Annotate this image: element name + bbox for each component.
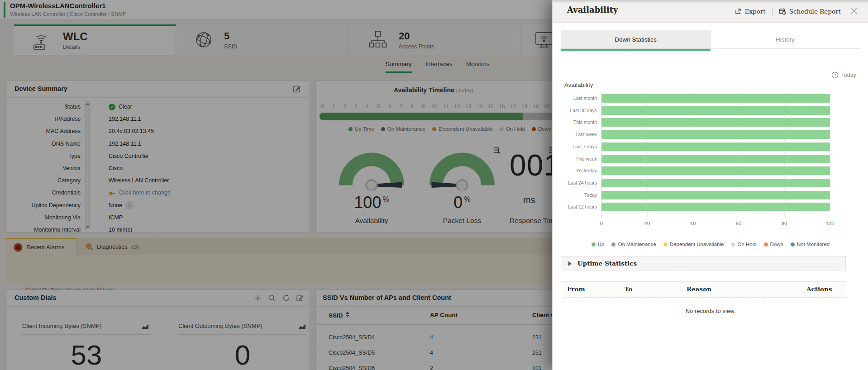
table-cell: 231	[532, 334, 542, 341]
timeline-hours: 01234567891011121314151617181920212223	[317, 104, 552, 109]
availability-bar	[601, 191, 830, 199]
app-root: OPM-WirelessLANController1 Wireless LAN …	[0, 0, 868, 370]
chart-row: Today	[553, 189, 868, 201]
timeline-hour-label: 19	[530, 104, 541, 109]
field-label: DNS Name	[7, 138, 81, 150]
device-summary-row: DNS Name192.148.11.1	[7, 138, 309, 150]
device-tab-wlc-details[interactable]: WLC Details	[14, 24, 176, 55]
availability-gauge-label: Availability	[331, 217, 412, 225]
device-tab-clients[interactable]	[520, 24, 552, 55]
add-dial-icon[interactable]	[254, 294, 262, 302]
legend-item: Down	[764, 242, 783, 247]
tab-interfaces[interactable]: Interfaces	[425, 61, 452, 71]
device-summary-rows: Status✓ClearIPAddress192.148.11.1MAC Add…	[7, 101, 309, 232]
device-summary-row: Uplink DependencyNone?	[7, 199, 309, 212]
device-tab-value: 20	[399, 30, 434, 42]
device-summary-row: CredentialsClick here to change	[7, 187, 309, 199]
schedule-report-button[interactable]: Schedule Report	[779, 8, 841, 15]
category-label: Last month	[553, 92, 597, 104]
expand-arrow-icon	[568, 261, 572, 266]
tab-down-statistics[interactable]: Down Statistics	[561, 30, 711, 49]
table-cell: 101	[532, 365, 542, 370]
chart-row: Last 24 hours	[553, 177, 868, 189]
diagnostics-label: Diagnostics	[97, 243, 127, 250]
timeline-hour-label: 18	[519, 104, 530, 109]
legend-dot	[532, 127, 536, 131]
field-label: Status	[7, 101, 81, 113]
calendar-icon	[779, 8, 786, 15]
credentials-change-link[interactable]: Click here to change	[109, 187, 171, 199]
scroll-down-icon[interactable]	[86, 226, 90, 228]
table-row: Cisco2504_SSID54251	[316, 346, 552, 361]
device-summary-card: Device Summary Status✓ClearIPAddress192.…	[7, 81, 309, 232]
category-label: Yesterday	[553, 165, 597, 177]
device-summary-scrollbar[interactable]	[85, 101, 90, 230]
period-selector[interactable]: Today	[831, 71, 856, 79]
field-label: MAC Address	[7, 125, 81, 138]
timeline-hour-label: 6	[384, 104, 396, 109]
legend-dot	[611, 242, 615, 247]
category-label: This month	[553, 116, 597, 128]
device-tab-ssid[interactable]: 5 SSID	[176, 24, 349, 55]
ssid-table-card: SSID Vs Number of APs and Client Count S…	[315, 289, 552, 370]
column-ssid[interactable]: SSID	[329, 312, 349, 319]
timeline-hour-label: 11	[440, 104, 452, 109]
mini-chart-icon[interactable]	[140, 323, 149, 330]
scroll-up-icon[interactable]	[86, 103, 90, 105]
timeline-period: (Today)	[456, 88, 473, 93]
chart-row: Last 12 hours	[553, 201, 868, 213]
legend-dot	[663, 242, 668, 247]
alarms-content: Currently there are no open Alarms.	[5, 255, 552, 284]
category-label: Today	[553, 189, 597, 201]
tab-summary[interactable]: Summary	[386, 61, 412, 73]
x-tick-label: 60	[730, 221, 748, 226]
legend-label: Dependent Unavailable	[439, 126, 493, 132]
response-time-value: 001	[510, 148, 552, 182]
field-label: Category	[7, 175, 81, 187]
table-cell: 4	[430, 350, 433, 356]
field-label: Credentials	[7, 187, 81, 199]
field-value: Cisco	[109, 162, 123, 175]
summary-nav-tabs: Summary Interfaces Monitors	[386, 60, 501, 73]
uptime-statistics-expander[interactable]: Uptime Statistics	[562, 256, 846, 270]
chart-title: Availability	[564, 81, 593, 88]
field-label: Monitoring Via	[7, 212, 81, 224]
legend-item: On Hold	[500, 126, 525, 132]
edit-icon[interactable]	[293, 85, 301, 93]
availability-bar	[601, 118, 830, 127]
tab-monitors[interactable]: Monitors	[466, 61, 490, 71]
edit-dial-icon[interactable]	[296, 294, 304, 302]
export-button[interactable]: Export	[734, 8, 766, 15]
legend-label: On Hold	[506, 126, 525, 132]
legend-label: Down	[770, 242, 783, 247]
chart-row: This week	[553, 153, 868, 165]
timeline-hour-label: 20	[541, 104, 552, 109]
device-summary-row: Monitoring ViaICMP	[7, 212, 309, 224]
timeline-hour-label: 1	[328, 104, 339, 109]
clock-icon	[831, 71, 839, 79]
timeline-hour-label: 7	[396, 104, 407, 109]
column-client-count: Client Count	[532, 312, 552, 318]
tab-recent-alarms[interactable]: Recent Alarms	[5, 238, 77, 255]
column-header: From	[567, 285, 585, 293]
sort-icon	[346, 312, 349, 317]
search-icon[interactable]	[268, 294, 276, 302]
help-badge[interactable]: ?	[125, 201, 134, 209]
availability-bar	[601, 106, 830, 115]
custom-dials-header: Custom Dials	[7, 290, 309, 307]
legend-dot	[731, 242, 735, 247]
column-header: To	[625, 285, 633, 293]
field-label: Type	[7, 150, 81, 162]
mini-chart-icon[interactable]	[297, 323, 306, 330]
refresh-icon[interactable]	[282, 294, 290, 302]
timeline-hour-label: 5	[373, 104, 384, 109]
legend-dot	[791, 242, 795, 247]
tab-history[interactable]: History	[711, 30, 860, 49]
tab-diagnostics[interactable]: Diagnostics (3)	[77, 238, 159, 255]
table-cell: 4	[430, 334, 433, 341]
availability-bar	[601, 155, 830, 163]
device-tab-access-points[interactable]: 20 Access Points	[349, 24, 520, 55]
close-icon[interactable]	[850, 7, 858, 15]
field-label: Vendor	[7, 162, 81, 175]
category-label: Last 24 hours	[553, 177, 597, 189]
